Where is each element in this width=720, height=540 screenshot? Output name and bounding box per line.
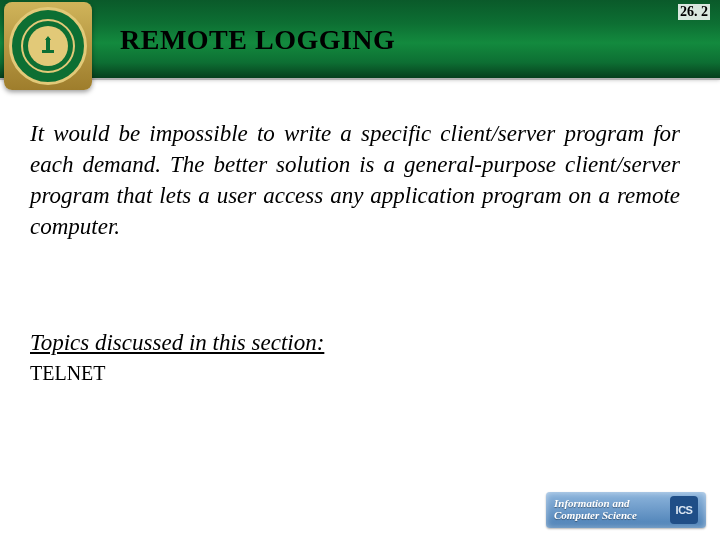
slide: REMOTE LOGGING 26. 2 It would be impossi… — [0, 0, 720, 540]
header-divider — [0, 78, 720, 80]
topics-item: TELNET — [30, 362, 106, 385]
university-logo — [4, 2, 92, 90]
body-paragraph: It would be impossible to write a specif… — [30, 118, 680, 242]
footer-line2: Computer Science — [554, 509, 637, 521]
footer-text: Information and Computer Science — [554, 498, 666, 521]
slide-title: REMOTE LOGGING — [120, 24, 395, 56]
footer-badge: ICS — [670, 496, 698, 524]
page-number: 26. 2 — [678, 4, 710, 20]
logo-text-ring — [21, 19, 75, 73]
footer-badge-text: ICS — [676, 504, 693, 516]
footer-logo: Information and Computer Science ICS — [546, 492, 706, 528]
logo-outer-ring — [9, 7, 87, 85]
footer-line1: Information and — [554, 497, 630, 509]
topics-heading: Topics discussed in this section: — [30, 330, 324, 356]
